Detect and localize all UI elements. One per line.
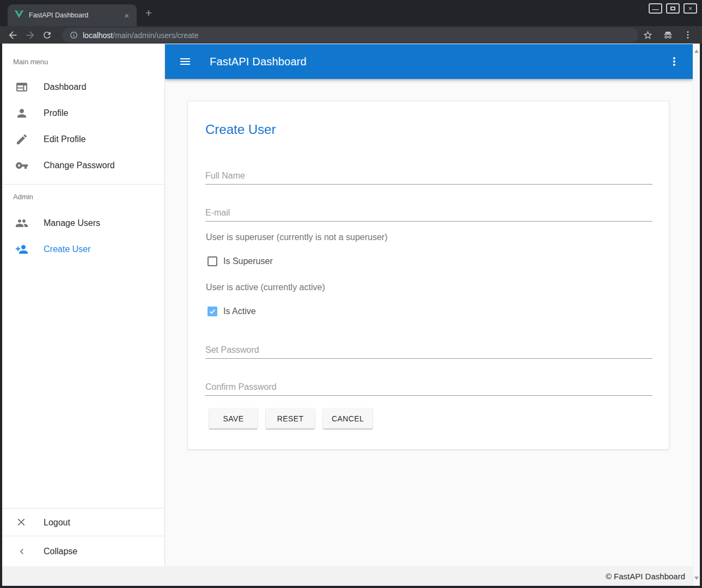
- person-icon: [15, 107, 28, 120]
- incognito-icon: [662, 30, 674, 40]
- confirm-password-field[interactable]: [205, 378, 652, 396]
- email-field[interactable]: [205, 204, 652, 222]
- people-icon: [15, 217, 28, 230]
- page-title: Create User: [205, 122, 276, 137]
- is-superuser-checkbox[interactable]: Is Superuser: [207, 256, 273, 267]
- vertical-scrollbar[interactable]: [693, 44, 700, 586]
- close-icon: [15, 516, 28, 529]
- scroll-up-icon[interactable]: [694, 50, 699, 53]
- url-text: localhost/main/admin/users/create: [83, 31, 198, 40]
- checkbox-label: Is Superuser: [223, 256, 273, 266]
- browser-tab-strip: FastAPI Dashboard × + — ×: [0, 0, 702, 26]
- scroll-down-icon[interactable]: [694, 577, 699, 580]
- set-password-field[interactable]: [205, 341, 652, 359]
- reset-button[interactable]: RESET: [266, 408, 315, 428]
- browser-menu-kebab-icon[interactable]: [683, 30, 693, 40]
- sidebar-divider: [2, 184, 164, 185]
- forward-icon[interactable]: [25, 29, 36, 41]
- form-actions: SAVE RESET CANCEL: [209, 408, 373, 428]
- hamburger-menu-icon[interactable]: [179, 55, 192, 68]
- sidebar-item-logout[interactable]: Logout: [2, 510, 164, 536]
- browser-tab[interactable]: FastAPI Dashboard ×: [8, 4, 137, 26]
- sidebar-section-main-menu: Main menu: [13, 58, 48, 66]
- app-top-bar: FastAPI Dashboard: [165, 44, 693, 79]
- app-title: FastAPI Dashboard: [210, 56, 307, 68]
- copyright-text: © FastAPI Dashboard: [606, 572, 685, 581]
- cancel-button[interactable]: CANCEL: [323, 408, 373, 428]
- bookmark-star-icon[interactable]: [643, 30, 653, 40]
- checkbox-box[interactable]: [207, 307, 217, 316]
- app-viewport: Main menu Dashboard Profile Edit Profile…: [2, 44, 700, 586]
- save-button[interactable]: SAVE: [209, 408, 258, 428]
- full-name-field[interactable]: [205, 167, 652, 185]
- sidebar-item-manage-users[interactable]: Manage Users: [2, 210, 164, 236]
- new-tab-button[interactable]: +: [142, 7, 155, 20]
- window-maximize-button[interactable]: [666, 3, 680, 14]
- is-active-checkbox[interactable]: Is Active: [207, 306, 256, 317]
- sidebar-divider: [2, 508, 164, 509]
- sidebar-item-collapse[interactable]: Collapse: [2, 537, 164, 566]
- window-close-button[interactable]: ×: [683, 3, 697, 14]
- person-add-icon: [15, 243, 28, 256]
- app-menu-kebab-icon[interactable]: [668, 55, 681, 68]
- sidebar-divider: [2, 536, 164, 536]
- sidebar-section-admin: Admin: [13, 193, 33, 201]
- reload-icon[interactable]: [42, 30, 52, 40]
- vue-favicon-icon: [15, 10, 23, 20]
- key-icon: [15, 159, 28, 172]
- window-controls: — ×: [649, 3, 697, 14]
- sidebar: Main menu Dashboard Profile Edit Profile…: [2, 44, 165, 566]
- url-path: /main/admin/users/create: [113, 31, 198, 40]
- url-host: localhost: [83, 31, 113, 40]
- page-info-icon[interactable]: [70, 31, 78, 40]
- sidebar-item-create-user[interactable]: Create User: [2, 236, 164, 262]
- create-user-card: Create User User is superuser (currently…: [187, 101, 669, 450]
- sidebar-item-edit-profile[interactable]: Edit Profile: [2, 126, 164, 152]
- back-icon[interactable]: [7, 29, 19, 41]
- superuser-note: User is superuser (currently is not a su…: [206, 232, 387, 242]
- dashboard-icon: [15, 81, 28, 94]
- sidebar-item-dashboard[interactable]: Dashboard: [2, 74, 164, 100]
- sidebar-item-change-password[interactable]: Change Password: [2, 152, 164, 179]
- checkbox-box[interactable]: [207, 256, 217, 266]
- tab-title: FastAPI Dashboard: [29, 11, 122, 19]
- app-footer: © FastAPI Dashboard: [2, 566, 693, 586]
- tab-close-icon[interactable]: ×: [122, 11, 131, 20]
- checkbox-label: Is Active: [223, 307, 256, 316]
- address-bar[interactable]: localhost/main/admin/users/create: [62, 28, 638, 42]
- window-minimize-button[interactable]: —: [649, 3, 662, 14]
- maximize-icon: [670, 7, 675, 10]
- sidebar-item-profile[interactable]: Profile: [2, 100, 164, 126]
- active-note: User is active (currently active): [206, 283, 325, 292]
- pencil-icon: [15, 133, 28, 146]
- chevron-left-icon: [15, 545, 28, 558]
